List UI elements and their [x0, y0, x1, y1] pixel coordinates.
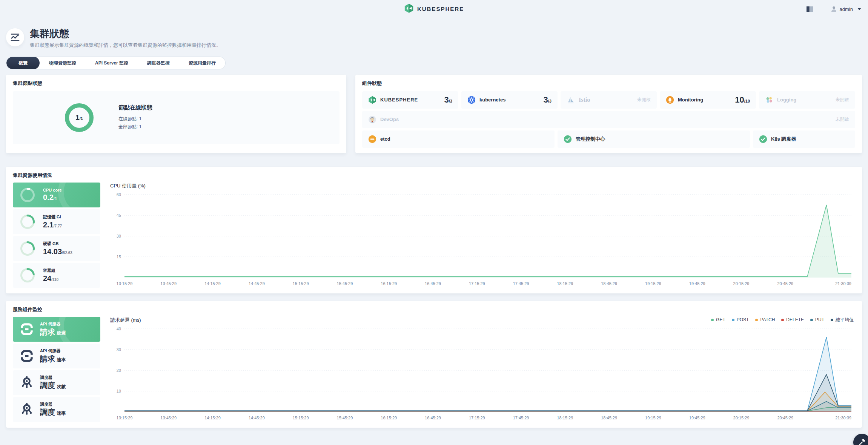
svg-text:16:15:29: 16:15:29	[381, 281, 397, 286]
svg-text:16:45:29: 16:45:29	[425, 281, 441, 286]
legend-item-POST[interactable]: POST	[732, 317, 749, 322]
resource-card-0[interactable]: CPU core0.2/4	[13, 183, 100, 207]
service-card-top: API 伺服器	[40, 348, 66, 354]
latency-chart-legend: GETPOSTPATCHDELETEPUT總平均值	[711, 317, 854, 323]
resource-card-1[interactable]: 記憶體 Gi2.1/7.77	[13, 209, 100, 234]
service-card-list: API 伺服器請求 延遲API 伺服器請求 速率調度器調度 次數調度器調度 速率	[13, 317, 100, 422]
legend-dot	[781, 319, 784, 321]
monitoring-icon	[666, 96, 674, 104]
cluster-node-status-panel: 集群節點狀態 1 /1 節點在線狀態 在線節點: 1 全部節點: 1	[6, 75, 346, 153]
resource-value: 24	[43, 274, 51, 282]
apiserver-icon	[20, 349, 34, 363]
service-card-metric: 請求	[40, 328, 55, 336]
service-card-top: 調度器	[40, 402, 66, 407]
resource-card-3[interactable]: 容器組24/110	[13, 263, 100, 288]
service-card-metric: 調度	[40, 408, 55, 416]
section-title-services: 服務組件監控	[13, 306, 855, 313]
svg-text:15:45:29: 15:45:29	[337, 416, 353, 420]
svg-text:15:45:29: 15:45:29	[337, 281, 353, 286]
section-title-components: 組件狀態	[362, 80, 855, 87]
user-menu[interactable]: admin	[831, 6, 861, 12]
legend-dot	[711, 319, 714, 321]
component-tile-管理控制中心[interactable]: 管理控制中心	[558, 130, 750, 148]
resource-value: 0.2	[43, 193, 54, 201]
svg-text:13:45:29: 13:45:29	[160, 416, 177, 420]
service-card-1[interactable]: API 伺服器請求 速率	[13, 344, 100, 368]
legend-item-DELETE[interactable]: DELETE	[781, 317, 804, 322]
svg-text:45: 45	[117, 213, 121, 218]
component-tile-kubernetes[interactable]: kubernetes3/3	[461, 91, 558, 109]
component-tile-K8s 調度器[interactable]: K8s 調度器	[753, 130, 855, 148]
legend-item-PUT[interactable]: PUT	[810, 317, 824, 322]
docs-icon[interactable]	[806, 6, 814, 12]
kubesphere-logo-icon	[404, 3, 414, 15]
svg-text:21:30:39: 21:30:39	[835, 416, 851, 420]
components-row-1: KUBESPHERE3/3kubernetes3/3Istio未開啟Monito…	[362, 91, 855, 109]
component-status: 未開啟	[836, 116, 849, 123]
resource-card-list: CPU core0.2/4 記憶體 Gi2.1/7.77 硬碟 GB14.03/…	[13, 183, 100, 288]
component-tile-Monitoring[interactable]: Monitoring10/10	[660, 91, 756, 109]
svg-text:19:45:29: 19:45:29	[689, 416, 705, 420]
node-online-count: 1	[75, 114, 80, 122]
svg-text:19:45:29: 19:45:29	[689, 281, 705, 286]
component-tile-KUBESPHERE[interactable]: KUBESPHERE3/3	[362, 91, 458, 109]
hammer-icon	[858, 438, 866, 445]
svg-text:13:45:29: 13:45:29	[160, 281, 177, 286]
component-name: KUBESPHERE	[380, 97, 418, 103]
user-name: admin	[840, 6, 853, 12]
component-status: 未開啟	[637, 97, 651, 103]
cpu-usage-chart: 1530456013:15:2913:45:2914:15:2914:45:29…	[110, 191, 855, 288]
legend-item-總平均值[interactable]: 總平均值	[831, 317, 854, 323]
resource-value: 14.03	[43, 247, 62, 256]
legend-item-GET[interactable]: GET	[711, 317, 725, 322]
service-card-3[interactable]: 調度器調度 速率	[13, 397, 100, 422]
svg-text:17:45:29: 17:45:29	[513, 281, 529, 286]
tab-2[interactable]: API Server 監控	[86, 57, 138, 69]
component-tile-Istio[interactable]: Istio未開啟	[561, 91, 657, 109]
component-tile-etcd[interactable]: etcd	[362, 130, 555, 148]
svg-text:18:15:29: 18:15:29	[557, 281, 573, 286]
tab-3[interactable]: 調度器監控	[138, 57, 179, 69]
svg-text:10: 10	[117, 389, 121, 393]
component-name: 管理控制中心	[576, 136, 605, 143]
svg-text:14:45:29: 14:45:29	[249, 281, 265, 286]
tab-0[interactable]: 概覽	[6, 57, 40, 69]
node-status-card: 1 /1 節點在線狀態 在線節點: 1 全部節點: 1	[13, 91, 340, 144]
tab-1[interactable]: 物理資源監控	[40, 57, 86, 69]
component-count: 3/3	[444, 95, 452, 105]
svg-text:30: 30	[117, 347, 121, 352]
svg-text:15:15:29: 15:15:29	[293, 416, 309, 420]
etcd-warning-icon	[368, 135, 376, 143]
svg-text:17:15:29: 17:15:29	[469, 416, 485, 420]
kubesphere-logo[interactable]: KUBESPHERE	[404, 3, 464, 15]
svg-text:18:15:29: 18:15:29	[557, 416, 573, 420]
page-title: 集群狀態	[30, 28, 221, 39]
service-card-top: API 伺服器	[40, 321, 66, 327]
component-tile-Logging[interactable]: Logging未開啟	[759, 91, 855, 109]
resource-label: CPU core	[43, 188, 62, 192]
service-card-2[interactable]: 調度器調度 次數	[13, 370, 100, 395]
svg-text:14:45:29: 14:45:29	[249, 416, 265, 420]
kubesphere-logo-text: KUBESPHERE	[417, 6, 464, 12]
page-banner: 集群狀態 集群狀態展示集群資源的概覽和詳情，您可以查看集群資源的監控數據和用量排…	[6, 28, 868, 49]
svg-text:16:45:29: 16:45:29	[425, 416, 441, 420]
svg-text:13:15:29: 13:15:29	[117, 416, 133, 420]
istio-icon	[567, 96, 575, 104]
component-tile-DevOps[interactable]: DevOps未開啟	[362, 111, 855, 128]
svg-text:14:15:29: 14:15:29	[204, 281, 221, 286]
component-name: Monitoring	[678, 97, 703, 103]
top-header: KUBESPHERE admin	[0, 0, 868, 18]
svg-text:19:15:29: 19:15:29	[645, 416, 661, 420]
resource-label: 硬碟 GB	[43, 241, 72, 247]
toolbox-button[interactable]	[853, 434, 868, 445]
resource-card-2[interactable]: 硬碟 GB14.03/52.63	[13, 236, 100, 261]
scheduler-icon	[20, 376, 34, 390]
resource-total: /110	[51, 278, 58, 282]
check-icon	[564, 135, 572, 143]
legend-label: PATCH	[760, 317, 775, 322]
service-card-0[interactable]: API 伺服器請求 延遲	[13, 317, 100, 342]
legend-item-PATCH[interactable]: PATCH	[755, 317, 775, 322]
tab-4[interactable]: 資源用量排行	[179, 57, 225, 69]
devops-icon	[368, 115, 376, 124]
svg-text:20:45:29: 20:45:29	[777, 281, 793, 286]
